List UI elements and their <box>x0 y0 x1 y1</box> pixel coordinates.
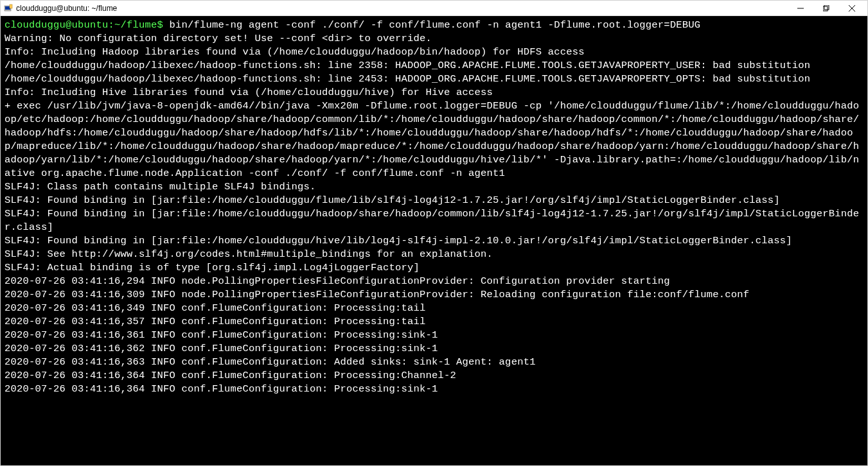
window-controls <box>788 1 865 15</box>
output-line: /home/cloudduggu/hadoop/libexec/hadoop-f… <box>4 60 810 71</box>
output-line: SLF4J: Found binding in [jar:file:/home/… <box>4 194 780 206</box>
shell-prompt: cloudduggu@ubuntu:~/flume$ <box>4 19 163 31</box>
output-line: 2020-07-26 03:41:16,309 INFO node.Pollin… <box>4 289 749 300</box>
svg-rect-5 <box>823 6 828 11</box>
output-line: Warning: No configuration directory set!… <box>4 33 432 44</box>
window-title: cloudduggu@ubuntu: ~/flume <box>16 4 788 13</box>
svg-rect-6 <box>824 5 829 10</box>
output-line: 2020-07-26 03:41:16,294 INFO node.Pollin… <box>4 275 670 287</box>
close-icon <box>849 5 855 12</box>
output-line: 2020-07-26 03:41:16,364 INFO conf.FlumeC… <box>4 383 438 395</box>
svg-point-3 <box>11 5 12 6</box>
output-line: 2020-07-26 03:41:16,361 INFO conf.FlumeC… <box>4 329 438 341</box>
maximize-button[interactable] <box>813 1 839 15</box>
titlebar[interactable]: cloudduggu@ubuntu: ~/flume <box>1 1 867 16</box>
output-line: Info: Including Hive libraries found via… <box>4 87 493 98</box>
output-line: SLF4J: Found binding in [jar:file:/home/… <box>4 208 859 233</box>
prompt-line: cloudduggu@ubuntu:~/flume$ bin/flume-ng … <box>4 19 700 31</box>
output-line: 2020-07-26 03:41:16,357 INFO conf.FlumeC… <box>4 316 426 327</box>
output-line: 2020-07-26 03:41:16,349 INFO conf.FlumeC… <box>4 302 426 314</box>
output-line: /home/cloudduggu/hadoop/libexec/hadoop-f… <box>4 73 810 85</box>
output-line: 2020-07-26 03:41:16,362 INFO conf.FlumeC… <box>4 343 438 354</box>
output-line: Info: Including Hadoop libraries found v… <box>4 46 585 58</box>
output-line: + exec /usr/lib/jvm/java-8-openjdk-amd64… <box>4 100 859 179</box>
terminal[interactable]: cloudduggu@ubuntu:~/flume$ bin/flume-ng … <box>1 16 867 465</box>
minimize-button[interactable] <box>788 1 813 15</box>
output-line: SLF4J: Found binding in [jar:file:/home/… <box>4 235 792 246</box>
command-text: bin/flume-ng agent -conf ./conf/ -f conf… <box>170 19 701 31</box>
output-line: SLF4J: Actual binding is of type [org.sl… <box>4 262 420 273</box>
minimize-icon <box>797 5 804 12</box>
output-line: 2020-07-26 03:41:16,363 INFO conf.FlumeC… <box>4 356 536 368</box>
output-line: SLF4J: Class path contains multiple SLF4… <box>4 181 316 193</box>
window: cloudduggu@ubuntu: ~/flume clouddu <box>0 0 868 466</box>
maximize-icon <box>823 5 829 12</box>
svg-rect-2 <box>10 4 12 8</box>
output-line: 2020-07-26 03:41:16,364 INFO conf.FlumeC… <box>4 370 456 381</box>
output-line: SLF4J: See http://www.slf4j.org/codes.ht… <box>4 248 493 260</box>
close-button[interactable] <box>839 1 865 15</box>
putty-icon <box>3 3 13 13</box>
